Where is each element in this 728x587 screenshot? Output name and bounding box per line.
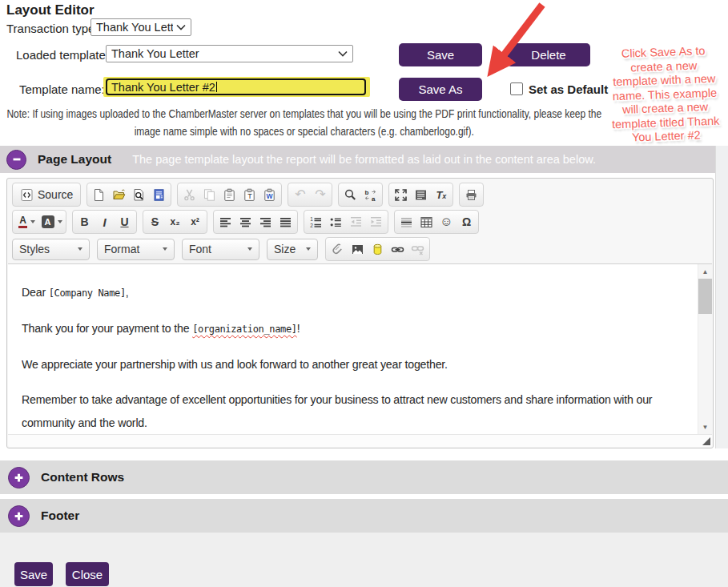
section-title: Content Rows [41, 470, 124, 484]
attach-button[interactable] [328, 239, 348, 259]
toolbar-group: ☺Ω [394, 210, 479, 234]
insert-table-button[interactable] [416, 212, 436, 232]
font-dropdown[interactable]: Font [182, 239, 259, 260]
paste-plain-text-button[interactable]: T [239, 185, 259, 205]
chevron-down-icon [176, 24, 186, 30]
size-dropdown[interactable]: Size [267, 239, 318, 260]
open-document-icon [112, 188, 126, 202]
insert-field-icon [371, 243, 384, 256]
toolbar-row-3: StylesFormatFontSize [12, 237, 708, 261]
scrollbar-thumb[interactable] [698, 279, 712, 314]
transaction-type-value: Thank You Letter [96, 21, 173, 34]
numbered-list-icon: 12 [309, 215, 323, 229]
editor-scrollbar[interactable]: ▲ ▼ [698, 264, 712, 434]
image-button[interactable] [348, 239, 368, 259]
format-dropdown[interactable]: Format [97, 239, 175, 260]
underline-button[interactable]: U [115, 212, 135, 232]
align-right-button[interactable] [255, 212, 276, 232]
delete-button[interactable]: Delete [507, 43, 590, 66]
loaded-template-select[interactable]: Thank You Letter [106, 45, 353, 62]
toolbar-row-1: SourceTW↶↷baTx [12, 183, 708, 207]
numbered-list-button[interactable]: 12 [306, 212, 326, 232]
find-button[interactable] [340, 185, 360, 205]
align-center-icon [239, 215, 252, 229]
preview-icon [132, 188, 146, 202]
dropdown-label: Size [274, 243, 296, 255]
editor-paragraph: Dear [Company Name], [22, 280, 692, 304]
page-layout-section-header[interactable]: Page Layout The page template layout the… [0, 146, 715, 173]
align-right-icon [259, 215, 272, 229]
editor-content-area[interactable]: Dear [Company Name],Thank you for your p… [8, 263, 712, 434]
template-name-input[interactable]: Thank You Letter #2 [106, 78, 366, 95]
bulleted-list-icon [329, 215, 343, 229]
dropdown-label: Font [189, 243, 211, 255]
paragraph-text: , [126, 285, 129, 299]
italic-button[interactable]: I [95, 212, 115, 232]
new-document-icon [92, 188, 106, 202]
paste-from-word-button[interactable]: W [259, 185, 280, 205]
open-document-button[interactable] [109, 185, 129, 205]
replace-button[interactable]: ba [360, 185, 380, 205]
loaded-template-label: Loaded template: [16, 48, 109, 62]
print-button[interactable] [461, 185, 481, 205]
editor-content: Dear [Company Name],Thank you for your p… [22, 264, 692, 434]
annotation-callout: Click Save As to create a new template w… [600, 43, 728, 146]
undo-button: ↶ [290, 185, 310, 205]
special-character-button[interactable]: Ω [457, 212, 477, 232]
background-color-button[interactable]: A [39, 212, 64, 232]
smiley-button[interactable]: ☺ [436, 212, 457, 232]
insert-table-icon [420, 215, 433, 229]
subscript-button[interactable]: x₂ [165, 212, 185, 232]
expand-plus-icon [8, 505, 30, 527]
bulleted-list-button[interactable] [326, 212, 346, 232]
align-center-button[interactable] [235, 212, 255, 232]
maximize-button[interactable] [391, 185, 411, 205]
text-color-button[interactable]: A [14, 212, 39, 232]
svg-text:2: 2 [310, 223, 313, 228]
paste-button[interactable] [219, 185, 239, 205]
paragraph-text: ! [297, 321, 300, 335]
templates-button[interactable] [149, 185, 169, 205]
note-text: Note: If using images uploaded to the Ch… [2, 105, 606, 139]
scroll-up-icon[interactable]: ▲ [698, 265, 712, 278]
horizontal-rule-button[interactable] [396, 212, 416, 232]
superscript-button[interactable]: x² [185, 212, 205, 232]
editor-paragraph: Remember to take advantage of excellent … [22, 388, 692, 434]
text-cursor [216, 82, 218, 92]
subscript-icon: x₂ [170, 216, 179, 227]
justify-button[interactable] [276, 212, 296, 232]
cut-button [179, 185, 199, 205]
link-button[interactable] [388, 239, 408, 259]
resize-handle-icon[interactable] [702, 437, 710, 445]
strikethrough-button[interactable]: S [145, 212, 165, 232]
preview-button[interactable] [129, 185, 149, 205]
styles-dropdown[interactable]: Styles [12, 239, 90, 260]
close-button[interactable]: Close [66, 562, 109, 586]
show-blocks-button[interactable] [411, 185, 431, 205]
save-as-button[interactable]: Save As [399, 78, 482, 101]
remove-format-button[interactable]: Tx [431, 185, 451, 205]
remove-format-icon: Tx [436, 189, 446, 201]
source-button[interactable]: Source [14, 185, 78, 205]
bottom-save-button[interactable]: Save [14, 562, 53, 586]
footer-section-header[interactable]: Footer [0, 499, 728, 533]
undo-icon: ↶ [295, 188, 305, 201]
bold-button[interactable]: B [74, 212, 95, 232]
dropdown-label: Format [104, 243, 139, 255]
section-title: Page Layout [38, 152, 111, 167]
underline-icon: U [120, 215, 128, 228]
scroll-down-icon[interactable]: ▼ [698, 420, 712, 433]
content-rows-section-header[interactable]: Content Rows [0, 460, 728, 494]
templates-icon [152, 188, 166, 202]
new-document-button[interactable] [89, 185, 109, 205]
transaction-type-select[interactable]: Thank You Letter [90, 18, 191, 36]
increase-indent-icon [369, 215, 383, 229]
background-color-icon: A [42, 215, 62, 228]
insert-field-button[interactable] [368, 239, 388, 259]
template-name-value: Thank You Letter #2 [111, 81, 215, 94]
save-button[interactable]: Save [399, 43, 482, 66]
set-as-default-checkbox[interactable] [510, 82, 523, 95]
chevron-down-icon [306, 247, 311, 251]
align-left-button[interactable] [215, 212, 235, 232]
copy-button [199, 185, 219, 205]
